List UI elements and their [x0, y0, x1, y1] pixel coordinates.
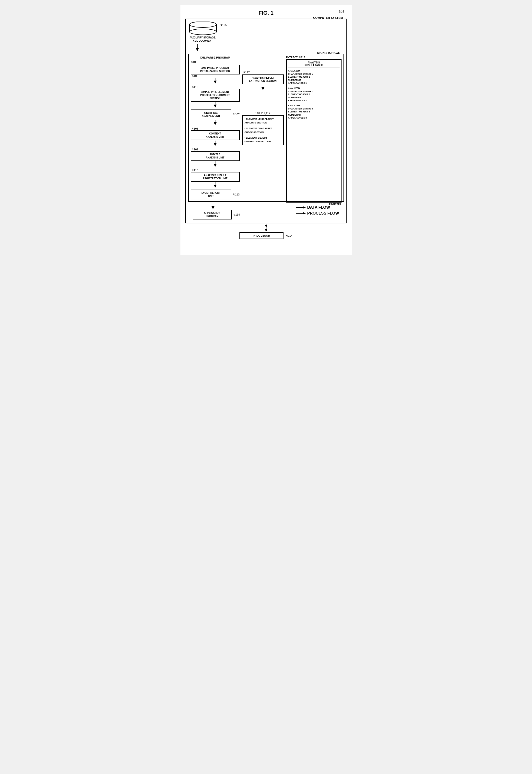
legend-data-flow: DATA FLOW	[296, 205, 339, 210]
right-column: EXTRACT ↯115 ANALYSISRESULT TABLE ANALYZ…	[286, 56, 342, 199]
analysis-result-table: ANALYSISRESULT TABLE ANALYZEDCHARACTER S…	[286, 59, 342, 202]
arrow2	[191, 102, 240, 109]
svg-marker-13	[214, 122, 217, 125]
simple-type-box: SIMPLE TYPE ELEMENTPOSSIBILITY JUDGMENTS…	[191, 89, 240, 102]
svg-marker-27	[303, 212, 306, 214]
analysis-result-title: ANALYSISRESULT TABLE	[288, 61, 340, 68]
legend-area: DATA FLOW PROCESS FLOW	[296, 205, 339, 215]
svg-marker-19	[214, 185, 217, 188]
ref-118: ↯118	[192, 169, 240, 172]
ref-117: ↯117	[243, 71, 284, 74]
legend-process-flow: PROCESS FLOW	[296, 211, 339, 215]
ar-entry-3: ANALYZEDCHARACTER STRING 3ELEMENT OBJECT…	[288, 104, 340, 119]
ref-108: ↯108	[192, 127, 240, 130]
ref-106: ↯106	[192, 74, 240, 78]
section-item-2: • ELEMENT CHARACTER CHECK SECTION	[245, 126, 281, 134]
content-analysis-box: CONTENTANALYSIS UNIT	[191, 130, 240, 140]
arrow1	[191, 78, 240, 85]
svg-marker-11	[214, 105, 217, 107]
ar-entry-1: ANALYZEDCHARACTER STRING 1ELEMENT OBJECT…	[288, 69, 340, 85]
main-storage-label: MAIN STORAGE	[316, 51, 341, 55]
xml-parse-ref: ↯103	[191, 60, 240, 64]
svg-marker-17	[214, 164, 217, 167]
section-item-3: • ELEMENT OBJECT GENERATION SECTION	[245, 136, 281, 143]
aux-storage-label: AUXILIARY STORAGE,XML DOCUMENT	[188, 36, 218, 42]
cylinder-icon	[188, 22, 218, 35]
left-column: XML PARSE PROGRAM ↯103 XML PARSE PROGRAM…	[191, 56, 240, 199]
svg-point-5	[189, 22, 216, 27]
init-section-box: XML PARSE PROGRAMINITIALIZATION SECTION	[191, 65, 240, 74]
arrow-app-to-processor	[262, 224, 270, 232]
svg-marker-9	[214, 81, 217, 83]
data-flow-arrow-icon	[296, 206, 306, 209]
svg-marker-21	[261, 87, 264, 90]
ref-104: ↯104	[286, 234, 293, 237]
analysis-result-extraction-box: ANALYSIS RESULTEXTRACTION SECTION	[242, 74, 284, 84]
end-tag-box: END TAGANALYSIS UNIT	[191, 151, 240, 161]
process-flow-arrow-icon	[296, 212, 306, 215]
figure-title: FIG. 1	[185, 10, 347, 16]
ref-101: 101	[339, 9, 344, 13]
arrow5	[191, 161, 240, 168]
ref-109: ↯109	[192, 148, 240, 151]
middle-column: ↯117 ANALYSIS RESULTEXTRACTION SECTION	[242, 56, 284, 199]
ref-107: ↯107	[233, 113, 239, 116]
ref-sections: 110,111,112	[242, 112, 284, 115]
svg-marker-15	[214, 143, 217, 146]
ref-114: ↯114	[233, 213, 240, 216]
arrow-event-to-app	[209, 203, 217, 210]
analysis-result-reg-box: ANALYSIS RESULTREGISTRATION UNIT	[191, 172, 240, 182]
extract-label: EXTRACT ↯115	[286, 56, 342, 59]
svg-marker-31	[265, 229, 268, 232]
arrow-extraction-down	[242, 85, 284, 92]
start-tag-box: START TAGANALYSIS UNIT	[191, 109, 232, 119]
svg-marker-23	[212, 206, 214, 209]
svg-point-4	[189, 29, 216, 35]
computer-system-label: COMPUTER SYSTEM	[312, 16, 344, 20]
arrow4	[191, 141, 240, 147]
ar-entry-2: ANALYZEDCHARACTER STRING 2ELEMENT OBJECT…	[288, 87, 340, 102]
ref-113: ↯113	[233, 193, 239, 196]
sections-box: • ELEMENT LEXICAL UNIT ANALYSIS SECTION …	[242, 115, 284, 145]
arrow-aux-down	[194, 44, 201, 52]
event-report-box: EVENT REPORTUNIT	[191, 189, 232, 199]
svg-marker-25	[303, 206, 306, 209]
main-storage-box: MAIN STORAGE XML PARSE PROGRAM ↯103 XML …	[188, 54, 344, 202]
section-item-1: • ELEMENT LEXICAL UNIT ANALYSIS SECTION	[245, 117, 281, 124]
svg-marker-7	[196, 48, 199, 51]
processor-box: PROCESSOR	[239, 232, 284, 239]
computer-system-box: COMPUTER SYSTEM AUXILIARY STORAGE,XML DO…	[185, 19, 347, 223]
svg-marker-29	[265, 225, 268, 227]
page: FIG. 1 101 COMPUTER SYSTEM AUXILIARY STO…	[180, 5, 352, 255]
application-program-box: APPLICATIONPROGRAM	[193, 210, 232, 219]
aux-storage-area: AUXILIARY STORAGE,XML DOCUMENT ↯105	[188, 22, 344, 42]
aux-storage: AUXILIARY STORAGE,XML DOCUMENT	[188, 22, 218, 42]
aux-storage-ref: ↯105	[220, 24, 227, 27]
xml-parse-label: XML PARSE PROGRAM	[191, 56, 240, 59]
arrow6	[191, 182, 240, 189]
arrow3	[191, 120, 240, 127]
ref-116: ↯116	[192, 85, 240, 89]
